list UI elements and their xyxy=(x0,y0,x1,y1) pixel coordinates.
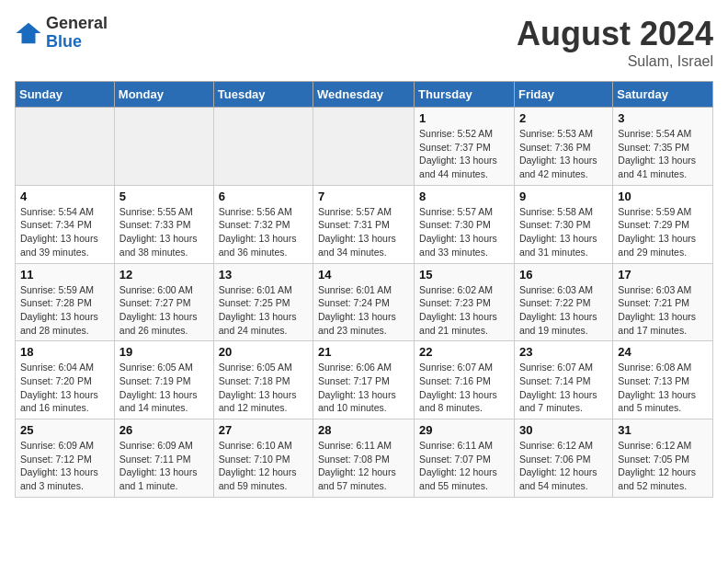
day-info: Sunrise: 5:52 AM Sunset: 7:37 PM Dayligh… xyxy=(419,127,509,181)
day-number: 11 xyxy=(20,268,109,282)
day-info: Sunrise: 6:05 AM Sunset: 7:19 PM Dayligh… xyxy=(119,361,209,415)
calendar-cell: 23Sunrise: 6:07 AM Sunset: 7:14 PM Dayli… xyxy=(514,341,612,419)
calendar-cell: 18Sunrise: 6:04 AM Sunset: 7:20 PM Dayli… xyxy=(16,341,115,419)
day-number: 25 xyxy=(20,423,109,437)
day-info: Sunrise: 5:59 AM Sunset: 7:28 PM Dayligh… xyxy=(20,283,109,338)
logo-text: General Blue xyxy=(46,15,108,52)
calendar-cell: 21Sunrise: 6:06 AM Sunset: 7:17 PM Dayli… xyxy=(313,341,415,419)
day-info: Sunrise: 5:59 AM Sunset: 7:29 PM Dayligh… xyxy=(618,205,708,259)
day-number: 29 xyxy=(419,423,509,437)
day-info: Sunrise: 6:03 AM Sunset: 7:21 PM Dayligh… xyxy=(618,283,708,338)
calendar-header: SundayMondayTuesdayWednesdayThursdayFrid… xyxy=(16,82,713,108)
calendar-week-4: 18Sunrise: 6:04 AM Sunset: 7:20 PM Dayli… xyxy=(16,341,713,419)
day-info: Sunrise: 5:57 AM Sunset: 7:30 PM Dayligh… xyxy=(419,205,509,259)
calendar-cell: 27Sunrise: 6:10 AM Sunset: 7:10 PM Dayli… xyxy=(213,419,313,498)
day-info: Sunrise: 5:53 AM Sunset: 7:36 PM Dayligh… xyxy=(519,127,608,181)
day-number: 5 xyxy=(119,190,209,203)
weekday-header-row: SundayMondayTuesdayWednesdayThursdayFrid… xyxy=(16,82,713,108)
day-number: 7 xyxy=(318,190,409,203)
logo-blue: Blue xyxy=(46,33,108,52)
day-number: 20 xyxy=(219,345,308,359)
calendar-cell: 31Sunrise: 6:12 AM Sunset: 7:05 PM Dayli… xyxy=(613,419,713,498)
day-number: 9 xyxy=(519,190,608,203)
calendar-cell: 14Sunrise: 6:01 AM Sunset: 7:24 PM Dayli… xyxy=(313,263,415,341)
weekday-header-thursday: Thursday xyxy=(415,82,515,108)
day-number: 12 xyxy=(119,268,209,282)
calendar-table: SundayMondayTuesdayWednesdayThursdayFrid… xyxy=(15,81,713,498)
weekday-header-sunday: Sunday xyxy=(16,82,115,108)
day-info: Sunrise: 5:56 AM Sunset: 7:32 PM Dayligh… xyxy=(219,205,308,259)
day-info: Sunrise: 6:11 AM Sunset: 7:08 PM Dayligh… xyxy=(318,439,409,493)
calendar-week-5: 25Sunrise: 6:09 AM Sunset: 7:12 PM Dayli… xyxy=(16,419,713,498)
weekday-header-wednesday: Wednesday xyxy=(313,82,415,108)
calendar-cell: 15Sunrise: 6:02 AM Sunset: 7:23 PM Dayli… xyxy=(415,263,515,341)
location-label: Sulam, Israel xyxy=(517,53,713,70)
calendar-cell: 20Sunrise: 6:05 AM Sunset: 7:18 PM Dayli… xyxy=(213,341,313,419)
calendar-cell: 29Sunrise: 6:11 AM Sunset: 7:07 PM Dayli… xyxy=(415,419,515,498)
day-info: Sunrise: 5:54 AM Sunset: 7:34 PM Dayligh… xyxy=(20,205,109,259)
day-number: 17 xyxy=(618,268,708,282)
calendar-cell: 2Sunrise: 5:53 AM Sunset: 7:36 PM Daylig… xyxy=(514,108,612,186)
day-number: 23 xyxy=(519,345,608,359)
logo-icon xyxy=(15,19,42,47)
day-number: 21 xyxy=(318,345,409,359)
day-info: Sunrise: 6:04 AM Sunset: 7:20 PM Dayligh… xyxy=(20,361,109,415)
day-number: 31 xyxy=(618,423,708,437)
svg-marker-0 xyxy=(17,23,41,44)
day-info: Sunrise: 6:08 AM Sunset: 7:13 PM Dayligh… xyxy=(618,361,708,415)
calendar-cell: 28Sunrise: 6:11 AM Sunset: 7:08 PM Dayli… xyxy=(313,419,415,498)
weekday-header-tuesday: Tuesday xyxy=(213,82,313,108)
day-info: Sunrise: 5:57 AM Sunset: 7:31 PM Dayligh… xyxy=(318,205,409,259)
calendar-cell: 17Sunrise: 6:03 AM Sunset: 7:21 PM Dayli… xyxy=(613,263,713,341)
calendar-cell: 24Sunrise: 6:08 AM Sunset: 7:13 PM Dayli… xyxy=(613,341,713,419)
calendar-body: 1Sunrise: 5:52 AM Sunset: 7:37 PM Daylig… xyxy=(16,108,713,498)
day-info: Sunrise: 6:03 AM Sunset: 7:22 PM Dayligh… xyxy=(519,283,608,338)
day-number: 15 xyxy=(419,268,509,282)
calendar-week-1: 1Sunrise: 5:52 AM Sunset: 7:37 PM Daylig… xyxy=(16,108,713,186)
calendar-cell xyxy=(16,108,115,186)
calendar-week-2: 4Sunrise: 5:54 AM Sunset: 7:34 PM Daylig… xyxy=(16,185,713,263)
day-number: 22 xyxy=(419,345,509,359)
calendar-cell xyxy=(313,108,415,186)
day-number: 10 xyxy=(618,190,708,203)
day-info: Sunrise: 6:05 AM Sunset: 7:18 PM Dayligh… xyxy=(219,361,308,415)
day-number: 14 xyxy=(318,268,409,282)
day-number: 6 xyxy=(219,190,308,203)
day-info: Sunrise: 6:11 AM Sunset: 7:07 PM Dayligh… xyxy=(419,439,509,493)
day-number: 3 xyxy=(618,111,708,125)
day-info: Sunrise: 6:01 AM Sunset: 7:25 PM Dayligh… xyxy=(219,283,308,338)
day-info: Sunrise: 6:12 AM Sunset: 7:05 PM Dayligh… xyxy=(618,439,708,493)
calendar-cell: 22Sunrise: 6:07 AM Sunset: 7:16 PM Dayli… xyxy=(415,341,515,419)
calendar-cell: 19Sunrise: 6:05 AM Sunset: 7:19 PM Dayli… xyxy=(114,341,213,419)
day-info: Sunrise: 6:09 AM Sunset: 7:11 PM Dayligh… xyxy=(119,439,209,493)
calendar-cell: 30Sunrise: 6:12 AM Sunset: 7:06 PM Dayli… xyxy=(514,419,612,498)
day-number: 18 xyxy=(20,345,109,359)
weekday-header-saturday: Saturday xyxy=(613,82,713,108)
day-number: 27 xyxy=(219,423,308,437)
weekday-header-friday: Friday xyxy=(514,82,612,108)
calendar-cell: 8Sunrise: 5:57 AM Sunset: 7:30 PM Daylig… xyxy=(415,185,515,263)
day-info: Sunrise: 6:07 AM Sunset: 7:14 PM Dayligh… xyxy=(519,361,608,415)
calendar-cell: 5Sunrise: 5:55 AM Sunset: 7:33 PM Daylig… xyxy=(114,185,213,263)
day-number: 13 xyxy=(219,268,308,282)
calendar-cell: 26Sunrise: 6:09 AM Sunset: 7:11 PM Dayli… xyxy=(114,419,213,498)
day-info: Sunrise: 6:09 AM Sunset: 7:12 PM Dayligh… xyxy=(20,439,109,493)
calendar-week-3: 11Sunrise: 5:59 AM Sunset: 7:28 PM Dayli… xyxy=(16,263,713,341)
day-info: Sunrise: 5:54 AM Sunset: 7:35 PM Dayligh… xyxy=(618,127,708,181)
day-number: 2 xyxy=(519,111,608,125)
calendar-cell: 9Sunrise: 5:58 AM Sunset: 7:30 PM Daylig… xyxy=(514,185,612,263)
day-info: Sunrise: 6:00 AM Sunset: 7:27 PM Dayligh… xyxy=(119,283,209,338)
day-number: 30 xyxy=(519,423,608,437)
day-info: Sunrise: 6:12 AM Sunset: 7:06 PM Dayligh… xyxy=(519,439,608,493)
day-number: 4 xyxy=(20,190,109,203)
weekday-header-monday: Monday xyxy=(114,82,213,108)
calendar-cell: 16Sunrise: 6:03 AM Sunset: 7:22 PM Dayli… xyxy=(514,263,612,341)
calendar-cell: 13Sunrise: 6:01 AM Sunset: 7:25 PM Dayli… xyxy=(213,263,313,341)
day-info: Sunrise: 6:01 AM Sunset: 7:24 PM Dayligh… xyxy=(318,283,409,338)
day-info: Sunrise: 6:02 AM Sunset: 7:23 PM Dayligh… xyxy=(419,283,509,338)
day-info: Sunrise: 6:10 AM Sunset: 7:10 PM Dayligh… xyxy=(219,439,308,493)
day-number: 19 xyxy=(119,345,209,359)
calendar-cell: 10Sunrise: 5:59 AM Sunset: 7:29 PM Dayli… xyxy=(613,185,713,263)
calendar-cell: 25Sunrise: 6:09 AM Sunset: 7:12 PM Dayli… xyxy=(16,419,115,498)
day-number: 16 xyxy=(519,268,608,282)
